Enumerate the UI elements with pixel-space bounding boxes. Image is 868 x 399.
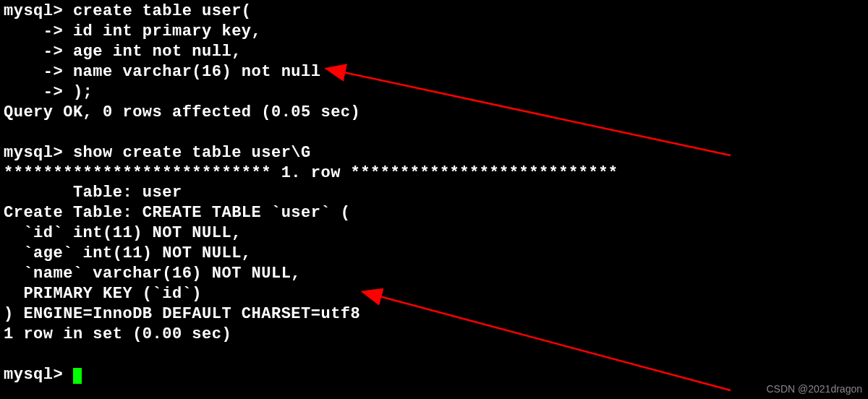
terminal-line: Table: user: [4, 184, 182, 202]
terminal-line: PRIMARY KEY (`id`): [4, 285, 202, 303]
terminal-line: mysql> create table user(: [4, 2, 252, 20]
terminal-line: 1 row in set (0.00 sec): [4, 325, 231, 343]
terminal-line: Query OK, 0 rows affected (0.05 sec): [4, 103, 360, 121]
terminal-line: -> );: [4, 83, 93, 101]
terminal-line: mysql> show create table user\G: [4, 144, 311, 162]
terminal-prompt[interactable]: mysql>: [4, 366, 73, 384]
terminal-line: `id` int(11) NOT NULL,: [4, 224, 242, 242]
cursor-block: [73, 368, 82, 384]
terminal-line: `name` varchar(16) NOT NULL,: [4, 265, 301, 283]
terminal-line: -> id int primary key,: [4, 22, 261, 40]
terminal-line: -> age int not null,: [4, 43, 242, 61]
terminal-line: *************************** 1. row *****…: [4, 164, 618, 182]
watermark-text: CSDN @2021dragon: [766, 383, 862, 396]
terminal-line: -> name varchar(16) not null: [4, 63, 320, 81]
terminal-line: Create Table: CREATE TABLE `user` (: [4, 204, 351, 222]
terminal-output: mysql> create table user( -> id int prim…: [4, 1, 864, 385]
terminal-line: `age` int(11) NOT NULL,: [4, 244, 252, 262]
terminal-line: ) ENGINE=InnoDB DEFAULT CHARSET=utf8: [4, 305, 360, 323]
